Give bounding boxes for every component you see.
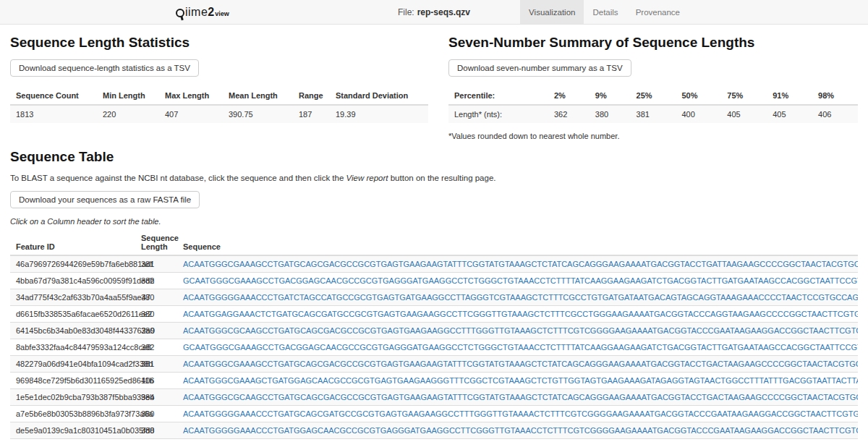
blast-instructions-prefix: To BLAST a sequence against the NCBI nt … — [10, 174, 346, 182]
sequence-cell: ACAATGGGGGAAACCCTGATGCAGCGATGCCGCGTGAGTG… — [177, 406, 858, 422]
table-row: d6615fb338535a6facae6520d2611ee2380ACAAT… — [10, 306, 858, 323]
qiime2view-logo[interactable]: iime2view — [176, 6, 229, 19]
feature-id-cell: de5e9a0139c9a1c80310451a0b035fd8 — [10, 422, 135, 439]
table-row: 4bba67d79a381c4a596c00959f91dedb382GCAAT… — [10, 273, 858, 289]
sequence-link[interactable]: ACAATGGGGGAAACCCTGATGCAGCGATGCCGCGTGAGTG… — [183, 409, 858, 418]
length-stats-panel: Sequence Length Statistics Download sequ… — [10, 26, 428, 140]
tab-provenance[interactable]: Provenance — [627, 0, 689, 24]
sequence-link[interactable]: ACAATGGGCGAAAGCTGATGGAGCAACGCCGCGTGAGTGA… — [183, 376, 858, 385]
seven-number-table: Percentile: 2% 9% 25% 50% 75% 91% 98% Le… — [448, 87, 858, 123]
sequence-length-cell: 380 — [135, 289, 177, 306]
length-2: 362 — [548, 105, 590, 123]
sequence-cell: ACAATGGAGGAAACTCTGATGCAGCGATGCCGCGTGAGTG… — [177, 306, 858, 323]
sequence-link[interactable]: GCAATGGGCGAAAGCCTGACGGAGCAACGCCGCGTGAGGG… — [183, 276, 858, 285]
column-header-sequence-count: Sequence Count — [10, 87, 97, 105]
sequence-length-cell: 380 — [135, 422, 177, 439]
sequence-link[interactable]: ACAATGGGGGAAACCCTGATGGAGCAACGCCGCGTGAGGG… — [183, 426, 858, 435]
column-header-max-length: Max Length — [159, 87, 223, 105]
sort-hint: Click on a Column header to sort the tab… — [10, 217, 858, 226]
sequence-length-cell: 406 — [135, 439, 177, 442]
sequence-cell: ACAATGGGCGCAAGCCTGATGCAGCGACGCCGCGTGAGTG… — [177, 389, 858, 406]
length-stats-table: Sequence Count Min Length Max Length Mea… — [10, 87, 428, 123]
download-length-stats-button[interactable]: Download sequence-length statistics as a… — [10, 59, 199, 77]
range-value: 187 — [293, 105, 330, 123]
sequence-length-cell: 382 — [135, 273, 177, 289]
sequence-table: Feature ID Sequence Length Sequence 46a7… — [10, 230, 858, 442]
table-row: 46a7969726944269e59b7fa6eb881adf381ACAAT… — [10, 255, 858, 273]
percentile-9: 9% — [590, 87, 631, 105]
top-navbar: iime2view File: rep-seqs.qzv Visualizati… — [0, 0, 868, 25]
sequence-table-title: Sequence Table — [10, 149, 858, 165]
download-seven-number-button[interactable]: Download seven-number summary as a TSV — [448, 59, 631, 77]
sequence-length-cell: 382 — [135, 339, 177, 356]
column-header-sequence-length[interactable]: Sequence Length — [135, 230, 177, 255]
feature-id-cell: a7e5b6e8b03053b8896b3fa973f73a6a — [10, 406, 135, 422]
feature-id-cell: 8abfe3332faa4c84479593a124cc8ce8 — [10, 339, 135, 356]
length-9: 380 — [590, 105, 631, 123]
length-stats-row: 1813 220 407 390.75 187 19.39 — [10, 105, 428, 123]
length-row-label: Length* (nts): — [448, 105, 548, 123]
logo-subtext: view — [215, 10, 229, 17]
tab-visualization[interactable]: Visualization — [520, 0, 584, 24]
sequence-cell: ACAATGGGCGAAAGCCTGATGCAGCGACGCCGCGTGAGTG… — [177, 356, 858, 373]
sequence-cell: ACAATGGGCGAAAGCTGATGGAGCAACGCCGCGTGAGTGA… — [177, 373, 858, 389]
length-50: 400 — [676, 105, 721, 123]
feature-id-cell: 34ad775f43c2af633b70a4aa55f9ae47 — [10, 289, 135, 306]
sequence-length-cell: 380 — [135, 406, 177, 422]
sequence-link[interactable]: ACAATGGAGGAAACTCTGATGCAGCGATGCCGCGTGAGTG… — [183, 310, 858, 318]
sequence-cell: ACAATGGGCGAAAGCCTGATGGAGCAACGCCGCGTGGGTG… — [177, 439, 858, 442]
download-fasta-button[interactable]: Download your sequences as a raw FASTA f… — [10, 191, 200, 208]
sequence-length-cell: 381 — [135, 255, 177, 273]
tab-details[interactable]: Details — [584, 0, 626, 24]
blast-instructions-view-report: View report — [346, 174, 388, 182]
table-row: 8abfe3332faa4c84479593a124cc8ce8382GCAAT… — [10, 339, 858, 356]
table-row: 969848ce729f5b6d301165925ed8611b406ACAAT… — [10, 373, 858, 389]
file-label: File: — [398, 7, 414, 17]
sequence-link[interactable]: ACAATGGGCGAAAGCCTGATGCAGCGACGCCGCGTGAGTG… — [183, 360, 858, 368]
length-stats-title: Sequence Length Statistics — [10, 35, 428, 51]
sequence-link[interactable]: ACAATGGGCGAAAGCCTGATGCAGCGACGCCGCGTGAGTG… — [183, 260, 858, 268]
column-header-std-deviation: Standard Deviation — [330, 87, 428, 105]
percentile-75: 75% — [721, 87, 767, 105]
file-name: rep-seqs.qzv — [417, 7, 470, 17]
column-header-range: Range — [293, 87, 330, 105]
sequence-link[interactable]: ACAATGGGGGAAACCCTGATCTAGCCATGCCGCGTGAGTG… — [183, 293, 858, 302]
column-header-min-length: Min Length — [97, 87, 159, 105]
seven-number-panel: Seven-Number Summary of Sequence Lengths… — [448, 26, 858, 140]
sequence-cell: GCAATGGGCGAAAGCCTGACGGAGCAACGCCGCGTGAGGG… — [177, 339, 858, 356]
feature-id-cell: d6615fb338535a6facae6520d2611ee2 — [10, 306, 135, 323]
logo-number: 2 — [208, 6, 214, 19]
feature-id-cell: 64145bc6b34ab0e83d3048f4433762a9 — [10, 323, 135, 339]
sequence-link[interactable]: ACAATGGGCGCAAGCCTGATGCAGCGACGCCGCGTGAGTG… — [183, 326, 858, 335]
column-header-feature-id[interactable]: Feature ID — [10, 230, 135, 255]
sequence-length-cell: 384 — [135, 389, 177, 406]
sequence-cell: ACAATGGGCGCAAGCCTGATGCAGCGACGCCGCGTGAGTG… — [177, 323, 858, 339]
table-row: de5e9a0139c9a1c80310451a0b035fd8380ACAAT… — [10, 422, 858, 439]
table-row: 75f536ae7072a9477070c33e12a5aaf4406ACAAT… — [10, 439, 858, 442]
table-row: 64145bc6b34ab0e83d3048f4433762a9380ACAAT… — [10, 323, 858, 339]
table-row: 34ad775f43c2af633b70a4aa55f9ae47380ACAAT… — [10, 289, 858, 306]
sequence-length-cell: 380 — [135, 306, 177, 323]
qiime2-q-icon — [176, 9, 184, 17]
sequence-cell: ACAATGGGGGAAACCCTGATGGAGCAACGCCGCGTGAGGG… — [177, 422, 858, 439]
feature-id-cell: 482279a06d941e04bfa1094cad2f338b — [10, 356, 135, 373]
percentile-91: 91% — [767, 87, 812, 105]
sequence-link[interactable]: ACAATGGGCGCAAGCCTGATGCAGCGACGCCGCGTGAGTG… — [183, 393, 858, 401]
std-deviation-value: 19.39 — [330, 105, 428, 123]
sequence-link[interactable]: GCAATGGGCGAAAGCCTGACGGAGCAACGCCGCGTGAGGG… — [183, 343, 858, 352]
table-row: 1e5e1dec02b9cba793b387f5bba939eb384ACAAT… — [10, 389, 858, 406]
rounding-footnote: *Values rounded down to nearest whole nu… — [448, 132, 858, 140]
length-75: 405 — [721, 105, 767, 123]
column-header-sequence[interactable]: Sequence — [177, 230, 858, 255]
sequence-length-cell: 406 — [135, 373, 177, 389]
length-row: Length* (nts): 362 380 381 400 405 405 4… — [448, 105, 858, 123]
sequence-cell: GCAATGGGCGAAAGCCTGACGGAGCAACGCCGCGTGAGGG… — [177, 273, 858, 289]
percentile-50: 50% — [676, 87, 721, 105]
sequence-cell: ACAATGGGGGAAACCCTGATCTAGCCATGCCGCGTGAGTG… — [177, 289, 858, 306]
feature-id-cell: 1e5e1dec02b9cba793b387f5bba939eb — [10, 389, 135, 406]
percentile-2: 2% — [548, 87, 590, 105]
percentile-25: 25% — [631, 87, 676, 105]
sequence-cell: ACAATGGGCGAAAGCCTGATGCAGCGACGCCGCGTGAGTG… — [177, 255, 858, 273]
blast-instructions-suffix: button on the resulting page. — [388, 174, 496, 182]
sequence-table-section: Sequence Table To BLAST a sequence again… — [10, 149, 858, 442]
